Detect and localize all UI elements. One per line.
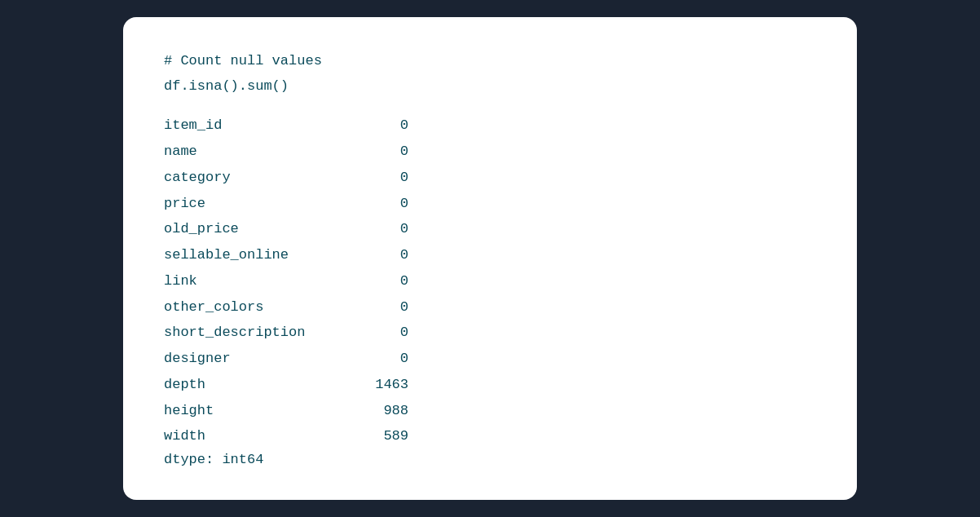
dtype-line: dtype: int64 [164, 452, 816, 467]
table-row: link0 [164, 269, 816, 294]
field-value: 0 [360, 166, 408, 190]
field-name: width [164, 424, 360, 449]
table-row: depth1463 [164, 373, 816, 397]
table-row: short_description0 [164, 320, 816, 345]
field-name: height [164, 399, 360, 423]
code-statement: df.isna().sum() [164, 75, 816, 97]
field-value: 0 [360, 243, 408, 267]
field-name: item_id [164, 113, 360, 138]
code-comment: # Count null values [164, 50, 816, 72]
field-value: 0 [360, 320, 408, 345]
table-row: sellable_online0 [164, 243, 816, 267]
field-name: price [164, 192, 360, 216]
output-window: # Count null values df.isna().sum() item… [123, 17, 857, 500]
field-name: sellable_online [164, 243, 360, 267]
table-row: designer0 [164, 347, 816, 371]
field-value: 988 [360, 399, 408, 423]
table-row: category0 [164, 166, 816, 190]
field-value: 0 [360, 192, 408, 216]
field-value: 0 [360, 347, 408, 371]
field-value: 0 [360, 269, 408, 294]
field-name: old_price [164, 217, 360, 241]
field-value: 1463 [360, 373, 408, 397]
table-row: other_colors0 [164, 295, 816, 320]
field-value: 0 [360, 113, 408, 138]
field-value: 0 [360, 295, 408, 320]
table-row: height988 [164, 399, 816, 423]
field-name: depth [164, 373, 360, 397]
field-name: short_description [164, 320, 360, 345]
table-row: name0 [164, 139, 816, 164]
field-name: designer [164, 347, 360, 371]
field-name: category [164, 166, 360, 190]
null-counts-table: item_id0name0category0price0old_price0se… [164, 113, 816, 449]
field-name: name [164, 139, 360, 164]
table-row: old_price0 [164, 217, 816, 241]
field-value: 0 [360, 217, 408, 241]
table-row: item_id0 [164, 113, 816, 138]
field-value: 589 [360, 424, 408, 449]
field-name: other_colors [164, 295, 360, 320]
field-name: link [164, 269, 360, 294]
field-value: 0 [360, 139, 408, 164]
table-row: price0 [164, 192, 816, 216]
table-row: width589 [164, 424, 816, 449]
